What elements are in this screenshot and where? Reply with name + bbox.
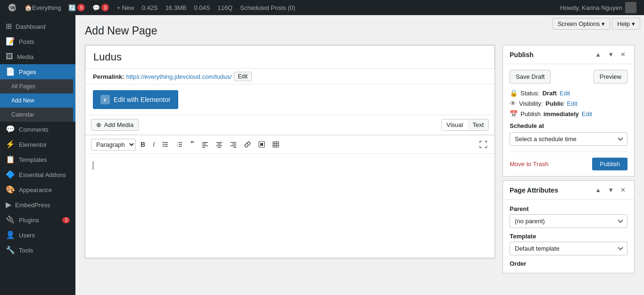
- page-title-input[interactable]: [85, 45, 495, 69]
- svg-rect-14: [202, 145, 208, 146]
- align-right-button[interactable]: [227, 139, 239, 150]
- sidebar-item-templates[interactable]: 📋 Templates: [0, 152, 75, 167]
- template-field-label: Template: [510, 233, 627, 240]
- svg-rect-26: [273, 142, 279, 147]
- permalink-edit-button[interactable]: Edit: [234, 72, 252, 81]
- page-attr-close-button[interactable]: ✕: [619, 185, 627, 194]
- svg-rect-15: [202, 147, 205, 148]
- elementor-e-icon: e: [100, 95, 110, 104]
- status-value: Draft: [542, 90, 556, 97]
- all-pages-label: All Pages: [11, 83, 35, 90]
- svg-point-5: [163, 146, 164, 147]
- text-cursor: [93, 161, 93, 170]
- user-greeting-btn[interactable]: Howdy, Karina Nguyen: [556, 0, 640, 15]
- publish-panel-collapse-down-button[interactable]: ▼: [606, 50, 616, 59]
- screen-options-button[interactable]: Screen Options ▾: [553, 18, 611, 30]
- move-to-trash-button[interactable]: Move to Trash: [510, 160, 548, 168]
- schedule-select[interactable]: Select a schedule time: [510, 132, 627, 146]
- svg-text:3: 3: [177, 145, 178, 147]
- sidebar-item-dashboard[interactable]: ⊞ Dashboard: [0, 19, 75, 34]
- content-area: Permalink: https://everything.jdevcloud.…: [85, 45, 635, 277]
- publish-panel-close-button[interactable]: ✕: [619, 50, 627, 59]
- side-panels: Publish ▲ ▼ ✕ Save Draft Preview: [503, 45, 635, 277]
- sidebar-item-add-new[interactable]: Add New: [0, 93, 75, 108]
- align-left-button[interactable]: [199, 139, 211, 150]
- sidebar-item-all-pages[interactable]: All Pages: [0, 79, 75, 93]
- publish-button[interactable]: Publish: [592, 158, 627, 170]
- perf2-label: 16.3MB: [165, 4, 187, 11]
- link-button[interactable]: [241, 139, 254, 150]
- editor-body[interactable]: [85, 154, 495, 258]
- wp-logo-btn[interactable]: [4, 0, 21, 15]
- sidebar-item-plugins[interactable]: 🔌 Plugins 3: [0, 212, 75, 228]
- scheduled-label: Scheduled Posts (0): [240, 4, 295, 11]
- sidebar-item-essential-addons[interactable]: 🔷 Essential Addons: [0, 167, 75, 182]
- page-attr-collapse-down-button[interactable]: ▼: [606, 185, 616, 194]
- table-button[interactable]: [270, 139, 282, 150]
- publish-panel-collapse-up-button[interactable]: ▲: [593, 50, 603, 59]
- site-name-btn[interactable]: 🏠 Everything: [21, 0, 65, 15]
- italic-button[interactable]: I: [150, 139, 157, 150]
- sidebar-item-users[interactable]: 👤 Users: [0, 228, 75, 243]
- sidebar-item-posts[interactable]: 📝 Posts: [0, 34, 75, 49]
- add-media-button[interactable]: ⊕ Add Media: [91, 119, 139, 131]
- publish-label: Publish: [520, 110, 541, 118]
- visibility-edit-link[interactable]: Edit: [567, 100, 577, 107]
- paragraph-select[interactable]: Paragraph: [91, 139, 136, 151]
- edit-with-elementor-button[interactable]: e Edit with Elementor: [93, 90, 178, 109]
- bold-button[interactable]: B: [138, 139, 148, 150]
- sidebar-item-tools[interactable]: 🔧 Tools: [0, 243, 75, 258]
- help-button[interactable]: Help ▾: [612, 18, 640, 30]
- page-attr-collapse-up-button[interactable]: ▲: [593, 185, 603, 194]
- publish-timing: immediately: [544, 110, 579, 118]
- svg-point-3: [163, 142, 164, 143]
- publish-panel-title: Publish: [510, 51, 534, 59]
- unordered-list-button[interactable]: [159, 139, 172, 150]
- save-draft-button[interactable]: Save Draft: [510, 70, 551, 84]
- publish-date-edit-link[interactable]: Edit: [582, 110, 592, 118]
- svg-rect-25: [260, 143, 263, 146]
- sidebar-item-label: Comments: [19, 126, 49, 133]
- add-media-row: ⊕ Add Media Visual Text: [85, 115, 495, 135]
- publish-panel: Publish ▲ ▼ ✕ Save Draft Preview: [503, 45, 635, 177]
- status-edit-link[interactable]: Edit: [560, 90, 570, 97]
- parent-select[interactable]: (no parent): [510, 214, 627, 228]
- calendar-icon: 📅: [510, 110, 518, 118]
- updates-btn[interactable]: 🔄 9: [65, 0, 89, 15]
- updates-badge: 9: [77, 4, 85, 11]
- ordered-list-button[interactable]: 123: [173, 139, 186, 150]
- svg-rect-1: [164, 144, 168, 145]
- svg-rect-20: [231, 142, 236, 143]
- visual-tab[interactable]: Visual: [442, 119, 468, 130]
- sidebar-item-comments[interactable]: 💬 Comments: [0, 122, 75, 137]
- svg-rect-16: [216, 142, 222, 143]
- sidebar-item-elementor[interactable]: ⚡ Elementor: [0, 137, 75, 152]
- adminbar-right: Howdy, Karina Nguyen: [556, 0, 640, 15]
- elementor-btn-label: Edit with Elementor: [114, 96, 171, 103]
- scheduled-posts-btn[interactable]: Scheduled Posts (0): [236, 0, 299, 15]
- sidebar-item-pages[interactable]: 📄 Pages: [0, 64, 75, 79]
- sidebar-item-embedpress[interactable]: ▶ EmbedPress: [0, 197, 75, 212]
- svg-rect-12: [202, 142, 208, 143]
- align-center-button[interactable]: [213, 139, 225, 150]
- fullscreen-button[interactable]: [478, 139, 489, 150]
- sidebar-item-media[interactable]: 🖼 Media: [0, 49, 75, 64]
- sidebar-item-label: Appearance: [19, 186, 52, 194]
- sidebar-item-label: Templates: [19, 156, 47, 163]
- posts-icon: 📝: [6, 38, 15, 45]
- blockquote-button[interactable]: ": [188, 138, 197, 151]
- comments-btn[interactable]: 💬 0: [89, 0, 113, 15]
- sidebar-item-appearance[interactable]: 🎨 Appearance: [0, 182, 75, 197]
- preview-button[interactable]: Preview: [594, 70, 627, 84]
- permalink-label: Permalink:: [93, 73, 124, 80]
- status-icon: 🔒: [510, 89, 518, 97]
- template-select[interactable]: Default template: [510, 242, 627, 255]
- new-content-btn[interactable]: + New: [113, 0, 138, 15]
- help-chevron-icon: ▾: [632, 20, 635, 27]
- insert-button[interactable]: [256, 139, 268, 150]
- text-tab[interactable]: Text: [468, 119, 488, 130]
- sidebar-item-calendar[interactable]: Calendar: [0, 108, 75, 122]
- home-icon: 🏠: [25, 4, 32, 11]
- permalink-url[interactable]: https://everything.jdevcloud.com/ludus/: [126, 73, 231, 80]
- calendar-label: Calendar: [11, 111, 34, 118]
